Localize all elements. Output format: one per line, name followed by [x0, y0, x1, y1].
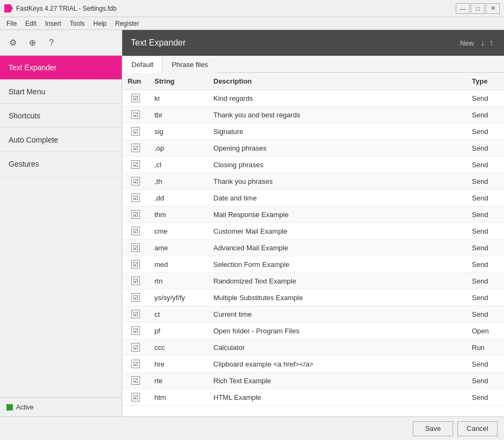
cancel-button[interactable]: Cancel — [457, 421, 498, 436]
menu-item-edit[interactable]: Edit — [21, 19, 41, 28]
menu-item-file[interactable]: File — [2, 19, 21, 28]
type-cell: Run — [466, 339, 504, 356]
checkbox-icon[interactable]: ☑ — [131, 110, 140, 119]
type-cell: Send — [466, 356, 504, 372]
table-row[interactable]: ☑,thThank you phrasesSend — [122, 173, 504, 190]
table-row[interactable]: ☑ys/sy/yf/fyMultiple Substitutes Example… — [122, 289, 504, 306]
tab-phrase-files[interactable]: Phrase files — [162, 56, 217, 73]
table-row[interactable]: ☑pfOpen folder - Program FilesOpen — [122, 323, 504, 339]
type-cell: Send — [466, 256, 504, 273]
type-cell: Send — [466, 389, 504, 406]
checkbox-icon[interactable]: ☑ — [131, 177, 140, 185]
minimize-button[interactable]: — — [456, 3, 470, 14]
checkbox-icon[interactable]: ☑ — [131, 360, 140, 368]
checkbox-icon[interactable]: ☑ — [131, 393, 140, 401]
type-cell: Send — [466, 206, 504, 223]
checkbox-icon[interactable]: ☑ — [131, 193, 140, 202]
checkbox-icon[interactable]: ☑ — [131, 127, 140, 136]
run-cell[interactable]: ☑ — [122, 289, 149, 306]
table-row[interactable]: ☑ameAdvanced Mail ExampleSend — [122, 240, 504, 256]
table-row[interactable]: ☑htmHTML ExampleSend — [122, 389, 504, 406]
run-cell[interactable]: ☑ — [122, 123, 149, 140]
run-cell[interactable]: ☑ — [122, 156, 149, 173]
menu-item-tools[interactable]: Tools — [65, 19, 89, 28]
run-cell[interactable]: ☑ — [122, 389, 149, 406]
menu-item-register[interactable]: Register — [111, 19, 144, 28]
description-cell: Randomized Text Example — [208, 273, 466, 289]
sidebar-item-start-menu[interactable]: Start Menu — [0, 80, 122, 104]
menu-item-insert[interactable]: Insert — [41, 19, 65, 28]
run-cell[interactable]: ☑ — [122, 206, 149, 223]
run-cell[interactable]: ☑ — [122, 356, 149, 372]
string-cell: ys/sy/yf/fy — [149, 289, 208, 306]
help-icon[interactable]: ? — [44, 35, 59, 50]
table-row[interactable]: ☑,clClosing phrasesSend — [122, 156, 504, 173]
table-row[interactable]: ☑sigSignatureSend — [122, 123, 504, 140]
settings-icon[interactable]: ⚙ — [5, 35, 20, 50]
col-run: Run — [122, 73, 149, 90]
run-cell[interactable]: ☑ — [122, 256, 149, 273]
string-cell: ccc — [149, 339, 208, 356]
description-cell: Multiple Substitutes Example — [208, 289, 466, 306]
sidebar-item-gestures[interactable]: Gestures — [0, 152, 122, 176]
checkbox-icon[interactable]: ☑ — [131, 227, 140, 235]
content-header: Text Expander New ↓ ↑ — [122, 30, 504, 56]
checkbox-icon[interactable]: ☑ — [131, 310, 140, 318]
sidebar-item-shortcuts[interactable]: Shortcuts — [0, 104, 122, 128]
run-cell[interactable]: ☑ — [122, 223, 149, 240]
table-row[interactable]: ☑krKind regardsSend — [122, 90, 504, 107]
maximize-button[interactable]: □ — [471, 3, 485, 14]
run-cell[interactable]: ☑ — [122, 173, 149, 190]
checkbox-icon[interactable]: ☑ — [131, 260, 140, 269]
table-row[interactable]: ☑cmeCustomer Mail ExampleSend — [122, 223, 504, 240]
table-row[interactable]: ☑rteRich Text ExampleSend — [122, 372, 504, 389]
checkbox-icon[interactable]: ☑ — [131, 160, 140, 169]
description-cell: Opening phrases — [208, 140, 466, 156]
run-cell[interactable]: ☑ — [122, 339, 149, 356]
sidebar-item-text-expander[interactable]: Text Expander — [0, 56, 122, 80]
run-cell[interactable]: ☑ — [122, 306, 149, 323]
run-cell[interactable]: ☑ — [122, 240, 149, 256]
table-row[interactable]: ☑hreClipboard example <a href></a>Send — [122, 356, 504, 372]
checkbox-icon[interactable]: ☑ — [131, 210, 140, 219]
table-row[interactable]: ☑thmMail Response ExampleSend — [122, 206, 504, 223]
table-row[interactable]: ☑medSelection Form ExampleSend — [122, 256, 504, 273]
run-cell[interactable]: ☑ — [122, 190, 149, 206]
table-container[interactable]: Run String Description Type ☑krKind rega… — [122, 73, 504, 416]
menu-item-help[interactable]: Help — [89, 19, 111, 28]
table-row[interactable]: ☑,ddDate and timeSend — [122, 190, 504, 206]
checkbox-icon[interactable]: ☑ — [131, 343, 140, 352]
sidebar-item-auto-complete[interactable]: Auto Complete — [0, 128, 122, 152]
run-cell[interactable]: ☑ — [122, 90, 149, 107]
type-cell: Send — [466, 190, 504, 206]
checkbox-icon[interactable]: ☑ — [131, 376, 140, 385]
table-row[interactable]: ☑cccCalculatorRun — [122, 339, 504, 356]
table-row[interactable]: ☑rtnRandomized Text ExampleSend — [122, 273, 504, 289]
description-cell: Date and time — [208, 190, 466, 206]
sort-up-icon[interactable]: ↑ — [487, 38, 495, 48]
checkbox-icon[interactable]: ☑ — [131, 243, 140, 252]
checkbox-icon[interactable]: ☑ — [131, 277, 140, 285]
table-row[interactable]: ☑,opOpening phrasesSend — [122, 140, 504, 156]
description-cell: Rich Text Example — [208, 372, 466, 389]
checkbox-icon[interactable]: ☑ — [131, 293, 140, 302]
close-button[interactable]: ✕ — [486, 3, 500, 14]
checkbox-icon[interactable]: ☑ — [131, 326, 140, 335]
run-cell[interactable]: ☑ — [122, 140, 149, 156]
new-button[interactable]: New — [456, 37, 478, 49]
sort-down-icon[interactable]: ↓ — [478, 38, 487, 48]
description-cell: Customer Mail Example — [208, 223, 466, 240]
save-button[interactable]: Save — [413, 421, 453, 436]
table-row[interactable]: ☑tbrThank you and best regardsSend — [122, 107, 504, 123]
globe-icon[interactable]: ⊕ — [25, 35, 40, 50]
sidebar: ⚙⊕? Text ExpanderStart MenuShortcutsAuto… — [0, 30, 122, 416]
menu-bar: FileEditInsertToolsHelpRegister — [0, 17, 504, 30]
run-cell[interactable]: ☑ — [122, 107, 149, 123]
checkbox-icon[interactable]: ☑ — [131, 144, 140, 152]
run-cell[interactable]: ☑ — [122, 372, 149, 389]
checkbox-icon[interactable]: ☑ — [131, 94, 140, 102]
run-cell[interactable]: ☑ — [122, 273, 149, 289]
run-cell[interactable]: ☑ — [122, 323, 149, 339]
table-row[interactable]: ☑ctCurrent timeSend — [122, 306, 504, 323]
tab-default[interactable]: Default — [122, 56, 162, 73]
